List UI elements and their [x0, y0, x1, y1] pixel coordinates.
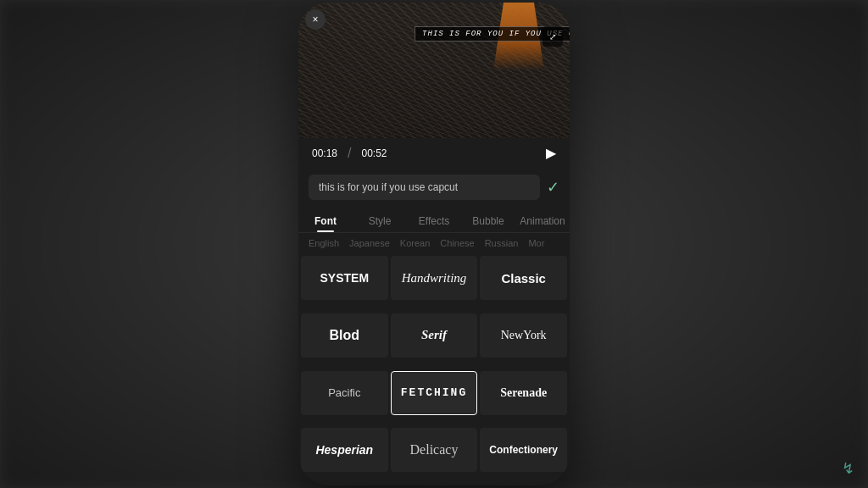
- lang-english[interactable]: English: [309, 238, 339, 248]
- font-tabs: Font Style Effects Bubble Animation: [298, 207, 570, 233]
- font-label-handwriting: Handwriting: [402, 271, 467, 286]
- font-label-delicacy: Delicacy: [410, 442, 459, 458]
- language-filter: English Japanese Korean Chinese Russian …: [298, 233, 570, 253]
- confirm-button[interactable]: ✓: [547, 178, 559, 197]
- font-cell-pacific[interactable]: Pacific: [301, 371, 388, 415]
- font-label-hesperian: Hesperian: [315, 443, 373, 457]
- font-cell-serenade[interactable]: Serenade: [480, 371, 567, 415]
- lang-japanese[interactable]: Japanese: [349, 238, 390, 248]
- font-cell-handwriting[interactable]: Handwriting: [391, 256, 478, 300]
- font-label-serif: Serif: [421, 328, 447, 342]
- lang-more[interactable]: Mor: [528, 238, 544, 248]
- font-label-pacific: Pacific: [328, 386, 360, 399]
- font-label-newyork: NewYork: [501, 329, 547, 342]
- font-label-classic: Classic: [501, 271, 546, 286]
- font-label-serenade: Serenade: [500, 386, 547, 400]
- playback-controls: 00:18 / 00:52 ▶: [298, 138, 570, 168]
- time-current: 00:18: [312, 147, 337, 159]
- font-cell-confectionery[interactable]: Confectionery: [480, 428, 567, 472]
- font-label-confectionery: Confectionery: [489, 444, 558, 456]
- tab-font[interactable]: Font: [298, 210, 353, 232]
- phone-frame: × THIS IS FOR YOU IF YOU USE CAPCUT ⤢ 00…: [298, 3, 570, 485]
- close-button[interactable]: ×: [305, 9, 326, 30]
- tab-animation[interactable]: Animation: [515, 210, 570, 232]
- font-label-system: SYSTEM: [320, 271, 370, 285]
- font-label-blod: Blod: [330, 328, 360, 343]
- tab-bubble[interactable]: Bubble: [461, 210, 515, 232]
- text-input-area: ✓: [298, 168, 570, 207]
- font-cell-serif[interactable]: Serif: [391, 313, 478, 358]
- expand-button[interactable]: ⤢: [542, 26, 563, 47]
- font-cell-blod[interactable]: Blod: [301, 313, 388, 358]
- video-preview: × THIS IS FOR YOU IF YOU USE CAPCUT ⤢: [298, 3, 570, 138]
- play-button[interactable]: ▶: [546, 145, 556, 161]
- font-cell-system[interactable]: SYSTEM: [301, 256, 388, 300]
- video-image: [298, 3, 570, 138]
- font-cell-delicacy[interactable]: Delicacy: [391, 428, 478, 472]
- font-cell-fetching[interactable]: FETCHING: [391, 371, 478, 415]
- tab-effects[interactable]: Effects: [407, 210, 461, 232]
- font-grid: SYSTEM Handwriting Classic Blod Serif Ne…: [298, 253, 570, 485]
- time-separator: /: [348, 146, 351, 161]
- font-cell-newyork[interactable]: NewYork: [480, 313, 567, 358]
- lang-korean[interactable]: Korean: [400, 238, 430, 248]
- caption-input[interactable]: [309, 175, 540, 200]
- font-cell-hesperian[interactable]: Hesperian: [301, 428, 388, 472]
- font-cell-classic[interactable]: Classic: [480, 256, 567, 300]
- watermark: ↯: [842, 459, 854, 478]
- lang-chinese[interactable]: Chinese: [440, 238, 474, 248]
- font-label-fetching: FETCHING: [401, 386, 467, 399]
- lang-russian[interactable]: Russian: [485, 238, 519, 248]
- tab-style[interactable]: Style: [353, 210, 407, 232]
- time-total: 00:52: [361, 147, 387, 159]
